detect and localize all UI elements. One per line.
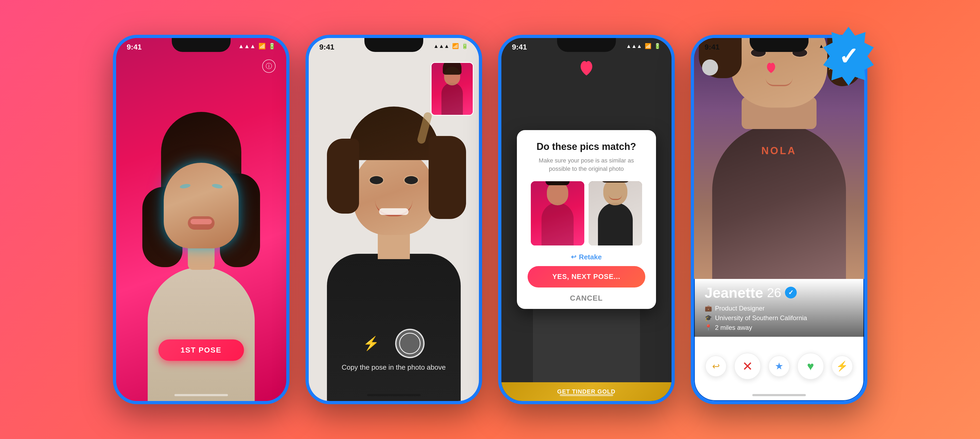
retake-button[interactable]: ↩ Retake <box>528 253 645 261</box>
thumb-hair <box>443 62 461 75</box>
p2-hair <box>601 181 629 182</box>
shirt-text: NOLA <box>761 145 797 156</box>
shutter-inner <box>399 333 421 354</box>
dialog-title: Do these pics match? <box>528 141 645 152</box>
dialog-photos <box>528 181 645 246</box>
p1-body <box>541 203 574 246</box>
cancel-label: CANCEL <box>570 294 603 302</box>
yes-next-pose-button[interactable]: YES, NEXT POSE... <box>528 266 645 287</box>
profile-job: 💼 Product Designer <box>705 305 853 312</box>
teeth <box>191 219 212 224</box>
like-button[interactable]: ♥ <box>797 353 824 380</box>
badge-star-shape: ✓ <box>819 27 878 86</box>
home-bar-3 <box>560 394 613 396</box>
home-bar-2 <box>367 394 421 396</box>
woman-1-face <box>164 163 239 248</box>
checkmark-icon: ✓ <box>838 42 859 70</box>
woman-1-body <box>148 267 255 401</box>
home-bar-1 <box>175 394 228 396</box>
phone-1-notch <box>172 38 231 52</box>
woman-2-face <box>354 149 434 235</box>
topbar-avatar[interactable] <box>702 59 718 75</box>
battery-icon-2: 🔋 <box>461 43 468 49</box>
teeth-2 <box>379 208 409 215</box>
phones-container: 9:41 ▲▲▲ 📶 🔋 ⓘ 1ST POSE 9:41 ▲▲▲ 📶 <box>86 13 894 426</box>
profile-distance: 📍 2 miles away <box>705 324 853 331</box>
phone-2-notch <box>364 38 423 52</box>
phone-3-notch <box>557 38 616 52</box>
original-photo-bg <box>531 181 584 246</box>
copy-pose-text: Copy the pose in the photo above <box>309 363 479 372</box>
dialog-photo-selfie <box>589 181 642 246</box>
yes-pose-label: YES, NEXT POSE... <box>552 273 620 281</box>
signal-icon-3: ▲▲▲ <box>626 43 642 49</box>
p2-clothing <box>598 203 633 246</box>
verified-check: ✓ <box>788 289 794 296</box>
eye-right <box>404 176 418 184</box>
status-time-2: 9:41 <box>320 43 334 51</box>
flash-icon[interactable]: ⚡ <box>363 334 379 353</box>
signal-icon-1: ▲▲▲ <box>238 43 256 50</box>
home-bar-4 <box>752 394 806 396</box>
profile-shirt: NOLA <box>712 124 846 279</box>
profile-job-text: Product Designer <box>715 305 765 312</box>
action-buttons: ↩ ✕ ★ ♥ ⚡ <box>694 353 864 380</box>
selfie-photo-bg <box>589 181 642 246</box>
university-icon: 🎓 <box>705 314 712 321</box>
wifi-icon-2: 📶 <box>452 43 459 49</box>
superlike-button[interactable]: ★ <box>768 356 790 377</box>
camera-controls: ⚡ <box>309 329 479 358</box>
dialog-card: Do these pics match? Make sure your pose… <box>517 130 656 309</box>
mouth-4 <box>766 78 792 86</box>
job-icon: 💼 <box>705 305 712 312</box>
retake-label: Retake <box>579 253 602 261</box>
info-symbol: ⓘ <box>266 62 272 70</box>
profile-university: 🎓 University of Southern California <box>705 314 853 322</box>
pose-button-label: 1ST POSE <box>181 346 221 354</box>
pose-button[interactable]: 1ST POSE <box>158 339 244 361</box>
status-time-4: 9:41 <box>705 43 720 51</box>
profile-name-row: Jeanette 26 ✓ <box>705 284 853 301</box>
phone-2: 9:41 ▲▲▲ 📶 🔋 <box>305 35 482 404</box>
thumb-body <box>441 83 463 115</box>
wifi-icon-3: 📶 <box>645 43 651 49</box>
profile-info: Jeanette 26 ✓ 💼 Product Designer 🎓 Unive… <box>694 279 864 337</box>
boost-button[interactable]: ⚡ <box>832 356 853 377</box>
gold-banner[interactable]: GET TINDER GOLD <box>501 382 671 401</box>
eye-highlight-left <box>180 184 191 189</box>
eye-highlight-right <box>212 184 223 189</box>
dialog-subtitle: Make sure your pose is as similar as pos… <box>528 156 645 173</box>
wifi-icon-1: 📶 <box>258 43 266 50</box>
phone-1: 9:41 ▲▲▲ 📶 🔋 ⓘ 1ST POSE <box>113 35 290 404</box>
camera-person <box>309 147 479 401</box>
verified-badge-large: ✓ <box>819 27 878 86</box>
woman-2-hair-left <box>327 139 359 214</box>
dislike-button[interactable]: ✕ <box>734 353 761 380</box>
eye-left <box>370 176 383 184</box>
profile-university-text: University of Southern California <box>715 314 807 322</box>
verified-badge-profile: ✓ <box>785 287 797 299</box>
profile-distance-text: 2 miles away <box>715 324 752 331</box>
phone-4-notch <box>750 38 808 52</box>
status-icons-2: ▲▲▲ 📶 🔋 <box>433 43 468 49</box>
woman-2-clothing <box>327 254 461 401</box>
mouth <box>188 216 215 230</box>
status-time-3: 9:41 <box>512 43 527 51</box>
profile-age: 26 <box>767 285 781 300</box>
signal-icon-2: ▲▲▲ <box>433 43 449 49</box>
location-icon: 📍 <box>705 324 712 331</box>
cancel-button[interactable]: CANCEL <box>528 287 645 309</box>
phone-3: 9:41 ▲▲▲ 📶 🔋 Do these pics match? Make s… <box>498 35 675 404</box>
p1-hair <box>546 181 570 185</box>
shutter-button[interactable] <box>395 329 425 358</box>
battery-icon-3: 🔋 <box>654 43 661 49</box>
woman-2-hair-right <box>429 136 466 219</box>
info-icon-1[interactable]: ⓘ <box>262 59 275 73</box>
preview-thumbnail <box>431 62 474 116</box>
p2-face <box>603 181 627 205</box>
dialog-photo-original <box>531 181 584 246</box>
profile-details: 💼 Product Designer 🎓 University of South… <box>705 305 853 331</box>
phone-4: 9:41 ▲▲▲ 📶 🔋 ★ 💬 <box>691 35 867 404</box>
p2-smile <box>609 195 622 200</box>
rewind-button[interactable]: ↩ <box>705 356 727 377</box>
